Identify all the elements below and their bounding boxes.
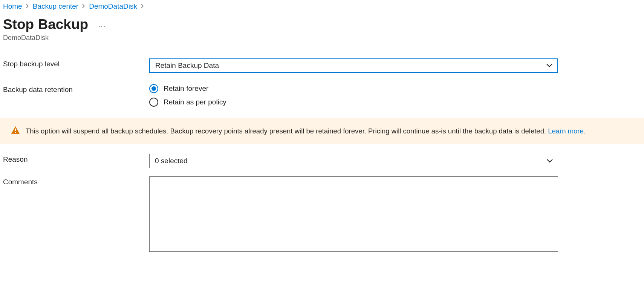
retention-option-retain-forever[interactable]: Retain forever [149, 84, 558, 93]
warning-icon [11, 126, 20, 136]
chevron-down-icon [546, 159, 553, 163]
breadcrumb-demodatadisk[interactable]: DemoDataDisk [89, 2, 137, 11]
page-title: Stop Backup [3, 17, 88, 32]
stop-backup-level-value: Retain Backup Data [155, 61, 219, 69]
svg-rect-0 [15, 129, 16, 131]
breadcrumb-backup-center[interactable]: Backup center [33, 2, 78, 11]
stop-backup-level-select[interactable]: Retain Backup Data [149, 58, 558, 73]
comments-textarea[interactable] [149, 176, 558, 252]
reason-label: Reason [3, 154, 149, 164]
stop-backup-level-label: Stop backup level [3, 58, 149, 68]
learn-more-link[interactable]: Learn more. [548, 127, 586, 135]
retention-option-label: Retain as per policy [164, 98, 226, 106]
breadcrumb: Home Backup center DemoDataDisk [0, 0, 644, 11]
more-actions-button[interactable]: ⋯ [96, 23, 107, 30]
info-message: This option will suspend all backup sche… [26, 127, 586, 135]
reason-value: 0 selected [155, 157, 188, 165]
retention-radio-group: Retain forever Retain as per policy [149, 84, 558, 107]
retention-option-retain-as-policy[interactable]: Retain as per policy [149, 98, 558, 107]
radio-unselected-icon [149, 98, 158, 107]
breadcrumb-home[interactable]: Home [3, 2, 22, 11]
chevron-right-icon [82, 3, 85, 10]
radio-selected-icon [149, 84, 158, 93]
chevron-down-icon [546, 63, 553, 68]
resource-subtitle: DemoDataDisk [0, 32, 644, 42]
reason-select[interactable]: 0 selected [149, 154, 558, 168]
chevron-right-icon [26, 3, 29, 10]
info-warning-bar: This option will suspend all backup sche… [0, 118, 644, 144]
info-message-text: This option will suspend all backup sche… [26, 127, 548, 135]
svg-rect-1 [15, 132, 16, 133]
backup-data-retention-label: Backup data retention [3, 84, 149, 94]
comments-label: Comments [3, 176, 149, 186]
retention-option-label: Retain forever [164, 84, 208, 93]
chevron-right-icon [141, 3, 144, 10]
